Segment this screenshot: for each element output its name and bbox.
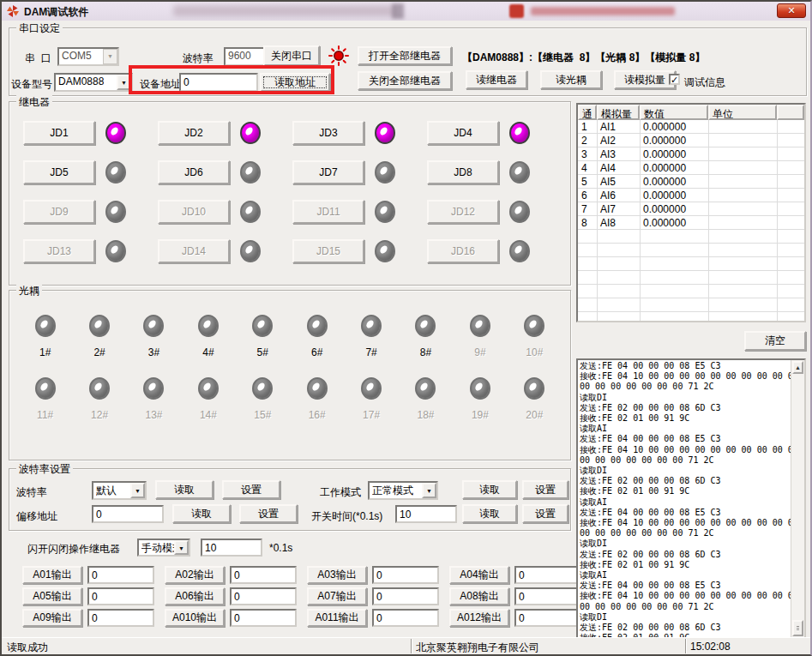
log-scrollbar[interactable]: ▲ [791,360,804,638]
read-analog-button[interactable]: 读模拟量 [614,70,676,89]
output-value-input[interactable] [372,587,439,605]
baud-read-button[interactable]: 读取 [155,480,214,499]
chevron-down-icon[interactable]: ▼ [422,483,436,498]
relay-button[interactable]: JD14 [158,239,230,263]
output-button[interactable]: A03输出 [307,566,367,584]
cell-channel: 3 [578,148,597,160]
relay-button[interactable]: JD7 [292,160,364,184]
output-value-input[interactable] [514,587,581,605]
relay-cell: JD1 [23,121,158,145]
output-value-input[interactable] [230,609,297,627]
output-value-input[interactable] [87,587,154,605]
col-header-channel[interactable]: 通 [578,105,597,120]
cell-analog: AI8 [597,217,640,229]
output-button[interactable]: A09输出 [22,609,82,627]
offset-set-button[interactable]: 设置 [239,504,298,523]
output-button[interactable]: A05输出 [22,587,82,605]
output-value-input[interactable] [230,587,297,605]
opto-led-icon [307,315,328,337]
relay-button[interactable]: JD15 [292,239,364,263]
col-header-analog[interactable]: 模拟量 [597,105,640,120]
table-row[interactable]: 8 AI8 0.000000 [578,216,804,230]
scrollbar-thumb[interactable] [792,620,803,636]
output-button[interactable]: A04输出 [449,566,509,584]
relay-button[interactable]: JD5 [23,160,95,184]
chevron-down-icon[interactable]: ▼ [130,483,145,498]
output-button[interactable]: A01输出 [22,566,82,584]
output-value-input[interactable] [372,609,439,627]
offset-read-button[interactable]: 读取 [172,504,231,523]
baud-label: 波特率 [183,51,214,66]
table-row[interactable]: 4 AI4 0.000000 [578,161,804,175]
relay-button[interactable]: JD13 [23,239,95,263]
model-select[interactable]: DAM0888 ▼ [54,73,133,92]
opto-led-icon [470,377,490,400]
offset-input[interactable] [92,505,164,523]
table-row[interactable]: 3 AI3 0.000000 [578,147,804,161]
chevron-down-icon[interactable]: ▼ [174,540,189,555]
opto-channel-label: 7# [365,346,376,358]
output-button[interactable]: A011输出 [307,609,367,627]
output-button[interactable]: A06输出 [165,587,225,605]
col-header-value[interactable]: 数值 [640,105,708,120]
switch-time-input[interactable] [395,505,457,523]
read-opto-button[interactable]: 读光耦 [540,70,602,89]
relay-button[interactable]: JD6 [158,160,230,184]
output-value-input[interactable] [514,566,581,584]
output-value-input[interactable] [87,566,154,584]
output-button[interactable]: A02输出 [165,566,225,584]
relay-button[interactable]: JD12 [427,200,499,224]
port-select[interactable]: COM5 ▼ [57,47,119,66]
output-value-input[interactable] [514,609,581,627]
output-button[interactable]: A012输出 [449,609,509,627]
col-header-unit[interactable]: 单位 [708,105,777,120]
close-button[interactable]: ✕ [777,3,806,18]
relay-button[interactable]: JD16 [427,239,499,263]
table-row[interactable]: 7 AI7 0.000000 [578,202,804,216]
output-button[interactable]: A08输出 [449,587,509,605]
open-all-relays-button[interactable]: 打开全部继电器 [358,46,452,65]
chevron-down-icon[interactable]: ▼ [103,49,117,64]
col-header-extra[interactable] [777,105,804,120]
relay-button[interactable]: JD4 [427,121,499,145]
output-value-input[interactable] [230,566,297,584]
relay-button[interactable]: JD11 [292,200,364,224]
relay-button[interactable]: JD1 [23,121,95,145]
work-mode-read-button[interactable]: 读取 [462,480,517,499]
output-cell: A03输出 [307,566,443,584]
baud-set-select[interactable]: 默认 ▼ [92,481,147,500]
clear-log-button[interactable]: 清空 [744,331,806,351]
scroll-up-icon[interactable]: ▲ [792,361,803,374]
device-address-input[interactable] [179,73,258,92]
read-address-button[interactable]: 读取地址 [260,73,330,92]
baud-set-button[interactable]: 设置 [222,480,280,499]
output-button[interactable]: A07输出 [307,587,367,605]
table-row[interactable]: 2 AI2 0.000000 [578,134,804,147]
flash-mode-select[interactable]: 手动模式 ▼ [137,539,190,557]
output-value-input[interactable] [372,566,439,584]
relay-button[interactable]: JD2 [158,121,230,145]
debug-info-checkbox[interactable]: ✓ [669,74,680,85]
flash-time-input[interactable] [201,539,262,557]
chevron-down-icon[interactable]: ▼ [117,75,131,90]
output-value-input[interactable] [87,609,154,627]
relay-led-icon [375,161,395,184]
opto-led-icon [524,315,544,337]
read-relay-button[interactable]: 读继电器 [466,70,527,89]
table-row[interactable]: 1 AI1 0.000000 [578,120,804,134]
work-mode-select[interactable]: 正常模式 ▼ [368,481,438,500]
close-port-button[interactable]: 关闭串口 [263,45,320,66]
relay-button[interactable]: JD3 [292,121,364,145]
switch-time-set-button[interactable]: 设置 [522,504,568,523]
table-row[interactable]: 5 AI5 0.000000 [578,175,804,189]
relay-button[interactable]: JD8 [427,160,499,184]
switch-time-read-button[interactable]: 读取 [462,504,517,523]
relay-button[interactable]: JD9 [23,200,95,224]
opto-cell: 14# [198,377,219,421]
log-panel[interactable]: 发送:FE 04 00 00 00 08 E5 C3 接收:FE 04 10 0… [576,358,806,640]
table-row[interactable]: 6 AI6 0.000000 [578,189,804,202]
output-button[interactable]: A010输出 [165,609,225,627]
close-all-relays-button[interactable]: 关闭全部继电器 [358,71,452,90]
relay-button[interactable]: JD10 [158,200,230,224]
work-mode-set-button[interactable]: 设置 [522,480,568,499]
